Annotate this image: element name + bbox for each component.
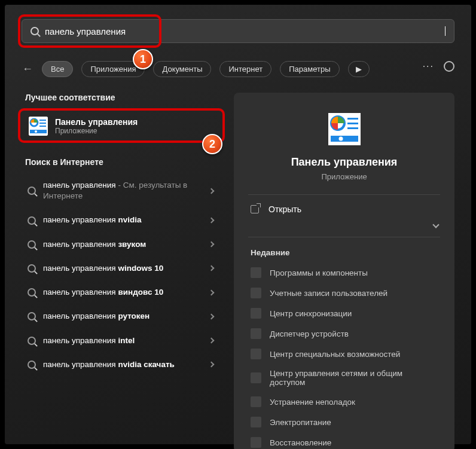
web-result[interactable]: панель управления nvidia скачать bbox=[22, 355, 222, 375]
chevron-right-icon bbox=[209, 289, 215, 295]
recent-item[interactable]: Электропитание bbox=[243, 413, 445, 432]
best-match-title: Панель управления bbox=[55, 117, 138, 127]
search-icon bbox=[28, 264, 36, 273]
recent-item[interactable]: Центр синхронизации bbox=[243, 304, 445, 323]
recent-heading: Недавние bbox=[234, 237, 454, 263]
svg-rect-8 bbox=[331, 136, 358, 142]
recent-item[interactable]: Центр управления сетями и общим доступом bbox=[243, 365, 445, 391]
recent-item[interactable]: Учетные записи пользователей bbox=[243, 283, 445, 303]
search-icon bbox=[28, 361, 36, 369]
recent-item-label: Центр управления сетями и общим доступом bbox=[270, 369, 438, 387]
web-result[interactable]: панель управления windows 10 bbox=[22, 258, 222, 279]
search-icon bbox=[30, 27, 39, 35]
svg-rect-12 bbox=[347, 123, 358, 124]
best-match-subtitle: Приложение bbox=[55, 127, 138, 135]
best-match-text: Панель управления Приложение bbox=[55, 117, 138, 135]
web-result-text: панель управления nvidia bbox=[43, 215, 202, 225]
filter-docs[interactable]: Документы bbox=[153, 61, 211, 77]
chevron-right-icon bbox=[209, 362, 215, 368]
svg-rect-1 bbox=[30, 130, 47, 133]
web-result[interactable]: панель управления - См. результаты в Инт… bbox=[22, 175, 222, 206]
preview-app-icon bbox=[328, 113, 361, 145]
best-match-result[interactable]: Панель управления Приложение bbox=[22, 111, 222, 142]
recent-item[interactable]: Программы и компоненты bbox=[243, 263, 445, 282]
recent-item-icon bbox=[251, 267, 261, 278]
recent-item-icon bbox=[251, 417, 261, 427]
recent-item-icon bbox=[251, 288, 261, 298]
web-result[interactable]: панель управления виндовс 10 bbox=[22, 282, 222, 303]
chevron-right-icon bbox=[209, 218, 215, 224]
recent-item-label: Учетные записи пользователей bbox=[270, 289, 387, 298]
filter-row: ← Все Приложения Документы Интернет Пара… bbox=[22, 61, 454, 77]
chevron-right-icon bbox=[209, 338, 215, 344]
chevron-right-icon bbox=[209, 242, 215, 248]
web-result-text: панель управления - См. результаты в Инт… bbox=[43, 180, 202, 201]
preview-title: Панель управления bbox=[234, 156, 454, 169]
more-button[interactable]: ··· bbox=[423, 61, 434, 72]
web-result-text: панель управления windows 10 bbox=[43, 263, 202, 274]
search-icon bbox=[28, 216, 36, 225]
recent-item-label: Диспетчер устройств bbox=[270, 329, 349, 338]
best-match-heading: Лучшее соответствие bbox=[25, 93, 222, 102]
recent-item-label: Центр синхронизации bbox=[270, 309, 352, 318]
search-input[interactable] bbox=[39, 26, 446, 36]
search-bar[interactable] bbox=[22, 19, 454, 43]
recent-item-label: Центр специальных возможностей bbox=[270, 350, 400, 359]
recent-item[interactable]: Восстановление bbox=[243, 433, 445, 449]
open-label: Открыть bbox=[268, 204, 301, 214]
expand-button[interactable] bbox=[428, 217, 444, 233]
svg-rect-5 bbox=[39, 126, 46, 127]
recent-item-icon bbox=[251, 372, 261, 383]
search-icon bbox=[28, 288, 36, 297]
web-result-text: панель управления звуком bbox=[43, 239, 202, 250]
filter-all[interactable]: Все bbox=[42, 61, 73, 77]
search-icon bbox=[28, 240, 36, 249]
recent-item-icon bbox=[251, 437, 261, 448]
control-panel-icon bbox=[29, 117, 48, 136]
svg-point-9 bbox=[338, 137, 343, 141]
search-icon bbox=[28, 337, 36, 345]
body: Лучшее соответствие bbox=[22, 93, 454, 449]
filter-more-play[interactable]: ▶ bbox=[348, 61, 370, 77]
chevron-right-icon bbox=[209, 265, 215, 271]
profile-circle[interactable] bbox=[444, 61, 454, 72]
recent-item-icon bbox=[251, 349, 261, 359]
filter-apps[interactable]: Приложения bbox=[81, 61, 145, 77]
search-icon bbox=[28, 312, 36, 320]
text-caret bbox=[445, 26, 446, 36]
svg-rect-11 bbox=[347, 118, 358, 120]
recent-item[interactable]: Центр специальных возможностей bbox=[243, 344, 445, 364]
recent-list: Программы и компонентыУчетные записи пол… bbox=[234, 263, 454, 449]
web-result-text: панель управления intel bbox=[43, 335, 202, 346]
recent-item-label: Электропитание bbox=[270, 418, 331, 427]
web-heading: Поиск в Интернете bbox=[25, 157, 222, 167]
filter-settings[interactable]: Параметры bbox=[280, 61, 339, 77]
svg-rect-4 bbox=[39, 123, 46, 124]
web-result[interactable]: панель управления nvidia bbox=[22, 210, 222, 230]
filter-web[interactable]: Интернет bbox=[219, 61, 271, 77]
recent-item-icon bbox=[251, 328, 261, 339]
open-icon bbox=[251, 205, 259, 213]
svg-rect-13 bbox=[347, 127, 358, 129]
recent-item-icon bbox=[251, 308, 261, 319]
preview-panel: Панель управления Приложение Открыть Нед… bbox=[234, 93, 454, 449]
open-action[interactable]: Открыть bbox=[234, 195, 454, 224]
web-results-list: панель управления - См. результаты в Инт… bbox=[22, 175, 222, 375]
recent-item[interactable]: Диспетчер устройств bbox=[243, 324, 445, 343]
filter-right-controls: ··· bbox=[423, 61, 454, 72]
web-result-text: панель управления рутокен bbox=[43, 311, 202, 322]
web-result[interactable]: панель управления звуком bbox=[22, 234, 222, 255]
recent-item[interactable]: Устранение неполадок bbox=[243, 392, 445, 411]
web-result[interactable]: панель управления рутокен bbox=[22, 306, 222, 326]
search-icon bbox=[28, 187, 36, 195]
chevron-right-icon bbox=[209, 313, 215, 319]
recent-item-label: Устранение неполадок bbox=[270, 398, 355, 407]
chevron-down-icon bbox=[432, 221, 439, 228]
chevron-right-icon bbox=[209, 188, 215, 194]
web-result-text: панель управления виндовс 10 bbox=[43, 287, 202, 298]
recent-item-label: Программы и компоненты bbox=[270, 268, 368, 277]
results-column: Лучшее соответствие bbox=[22, 93, 222, 449]
back-button[interactable]: ← bbox=[22, 63, 33, 75]
recent-item-label: Восстановление bbox=[270, 438, 331, 447]
web-result[interactable]: панель управления intel bbox=[22, 331, 222, 351]
